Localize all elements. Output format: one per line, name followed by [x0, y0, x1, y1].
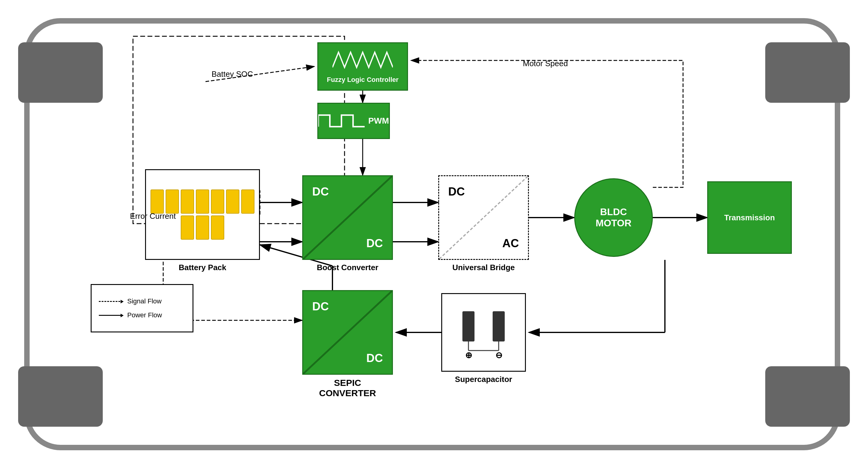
legend-signal-label: Signal Flow	[127, 298, 162, 305]
battery-soc-label: Battey SOC	[212, 69, 253, 79]
supercap-visual: ⊕ ⊖	[453, 305, 514, 359]
transmission-label: Transmission	[724, 213, 775, 222]
bldc-block: BLDC MOTOR	[574, 178, 653, 257]
boost-label: Boost Converter	[302, 263, 393, 272]
transmission-block: Transmission	[707, 181, 792, 254]
bridge-label: Universal Bridge	[438, 263, 529, 272]
battery-cell	[196, 215, 209, 240]
svg-rect-23	[462, 311, 474, 342]
diagram-container: Fuzzy Logic Controller PWM DC DC Boost C…	[0, 0, 868, 469]
battery-cell	[166, 189, 179, 214]
battery-cell	[196, 189, 209, 214]
wheel-top-right	[765, 42, 850, 103]
battery-cell	[151, 189, 164, 214]
legend-signal-item: Signal Flow	[99, 298, 185, 305]
power-arrow-icon	[99, 315, 123, 316]
wheel-top-left	[18, 42, 103, 103]
battery-cell	[181, 215, 194, 240]
svg-rect-25	[493, 311, 505, 342]
legend-power-item: Power Flow	[99, 311, 185, 319]
battery-cell	[211, 215, 224, 240]
battery-label: Battery Pack	[145, 263, 260, 272]
pwm-label: PWM	[368, 116, 389, 126]
battery-cell	[181, 189, 194, 214]
supercap-block: ⊕ ⊖	[441, 293, 526, 372]
flc-block: Fuzzy Logic Controller	[317, 42, 408, 91]
signal-arrow-icon	[99, 301, 123, 302]
pwm-waveform	[318, 112, 365, 130]
sepic-label: SEPIC CONVERTER	[290, 378, 405, 398]
wheel-bottom-right	[765, 366, 850, 427]
sepic-block: DC DC	[302, 290, 393, 375]
error-current-label: Error Current	[130, 212, 176, 221]
bridge-block: DC AC	[438, 175, 529, 260]
supercap-label: Supercapacitor	[432, 375, 535, 384]
legend-box: Signal Flow Power Flow	[91, 284, 193, 333]
bridge-dc-top: DC	[448, 185, 465, 198]
battery-cell	[241, 189, 254, 214]
bldc-line2: MOTOR	[596, 218, 632, 229]
boost-dc-bottom: DC	[366, 237, 383, 250]
svg-text:⊕: ⊕	[465, 350, 472, 359]
battery-cell	[226, 189, 239, 214]
motor-speed-label: Motor Speed	[523, 59, 568, 68]
sepic-dc-bottom: DC	[366, 352, 383, 365]
battery-cell	[211, 189, 224, 214]
flc-label: Fuzzy Logic Controller	[327, 76, 398, 84]
wheel-bottom-left	[18, 366, 103, 427]
sepic-dc-top: DC	[312, 300, 329, 313]
bldc-line1: BLDC	[600, 207, 627, 218]
boost-converter-block: DC DC	[302, 175, 393, 260]
legend-power-label: Power Flow	[127, 311, 162, 319]
pwm-block: PWM	[317, 103, 390, 139]
bridge-ac-bottom: AC	[502, 237, 519, 250]
boost-dc-top: DC	[312, 185, 329, 198]
svg-text:⊖: ⊖	[495, 350, 502, 359]
flc-waveform	[333, 49, 393, 73]
